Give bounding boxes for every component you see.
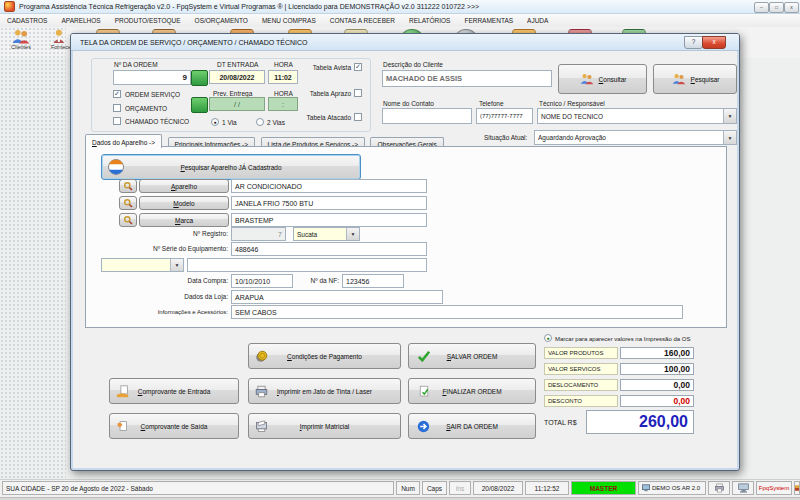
dt-entrada-field[interactable]: 20/08/2022	[209, 70, 265, 84]
aparelho-value: AR CONDICIONADO	[235, 183, 302, 190]
toolbar-fornecedores-label: Fornece	[51, 44, 71, 50]
modelo-button[interactable]: Modelo	[139, 196, 229, 210]
prev-entrega-value: / /	[234, 101, 240, 108]
estado-select[interactable]: Sucata ▼	[293, 227, 360, 241]
prev-entrega-field[interactable]: / /	[209, 97, 265, 111]
tabela-avista-checkbox[interactable]: ✓	[354, 63, 362, 71]
toolbar-clientes-button[interactable]: Clientes	[4, 29, 38, 50]
orcamento-checkbox[interactable]	[113, 104, 121, 112]
calendar-button[interactable]	[191, 97, 208, 113]
dialog-close-button[interactable]: x	[702, 36, 726, 49]
marcar-valores-radio[interactable]: ●	[544, 334, 552, 342]
marca-button-label: Marca	[175, 217, 193, 224]
menu-produto-estoque[interactable]: PRODUTO/ESTOQUE	[108, 17, 188, 24]
comprovante-saida-button[interactable]: Comprovante de Saída	[109, 413, 239, 439]
search-modelo-icon-button[interactable]	[119, 196, 137, 210]
calendar-button[interactable]	[191, 70, 208, 86]
menu-cadastros[interactable]: CADASTROS	[0, 17, 54, 24]
telefone-value: (77)77777-7777	[480, 113, 523, 119]
comprovante-entrada-button[interactable]: Comprovante de Entrada	[109, 378, 239, 404]
menu-os-orcamento[interactable]: OS/ORÇAMENTO	[188, 17, 255, 24]
check-icon	[417, 350, 431, 362]
tabela-aprazo-checkbox[interactable]	[354, 89, 362, 97]
status-network-cell[interactable]	[732, 481, 754, 495]
marca-field[interactable]: BRASTEMP	[231, 213, 427, 227]
ordem-servico-checkbox[interactable]: ✓	[113, 90, 121, 98]
dados-loja-field[interactable]: ARAPUA	[231, 290, 443, 304]
aparelho-field[interactable]: AR CONDICIONADO	[231, 179, 427, 193]
menu-ajuda[interactable]: AJUDA	[520, 17, 555, 24]
aparelho-button[interactable]: Aparelho	[139, 179, 229, 193]
pesquisar-aparelho-button[interactable]: Pesquisar Aparelho JÁ Cadastrado	[101, 154, 361, 180]
info-acessorios-field[interactable]: SEM CABOS	[231, 305, 683, 319]
menu-relatorios[interactable]: RELATÓRIOS	[402, 17, 457, 24]
total-label: TOTAL R$	[544, 419, 577, 427]
menu-bar: CADASTROS APARELHOS PRODUTO/ESTOQUE OS/O…	[0, 14, 800, 28]
chamado-tecnico-checkbox[interactable]	[113, 117, 121, 125]
search-aparelho-icon-button[interactable]	[119, 179, 137, 193]
via1-radio[interactable]: ●	[211, 118, 219, 126]
desconto-value: 0,00	[620, 395, 694, 407]
close-button[interactable]: x	[784, 2, 799, 13]
menu-aparelhos[interactable]: APARELHOS	[54, 17, 107, 24]
pesquisar-cliente-button[interactable]: Pesquisar	[653, 64, 737, 94]
modelo-field[interactable]: JANELA FRIO 7500 BTU	[231, 196, 427, 210]
nf-field[interactable]: 123456	[342, 274, 404, 288]
printer-icon	[714, 483, 725, 493]
comprovante-saida-label: Comprovante de Saída	[141, 423, 208, 430]
ordem-servico-label: ORDEM SERVIÇO	[125, 91, 180, 99]
menu-compras[interactable]: MENU COMPRAS	[255, 17, 323, 24]
maximize-button[interactable]: □	[769, 2, 784, 13]
status-printer-cell[interactable]	[708, 481, 730, 495]
monitor-icon	[738, 483, 749, 493]
situacao-atual-select[interactable]: Aguardando Aprovação ▼	[534, 130, 737, 145]
salvar-ordem-button[interactable]: SALVAR ORDEM	[408, 343, 536, 369]
suppliers-people-icon	[50, 29, 72, 44]
nome-contato-field[interactable]	[382, 108, 472, 124]
data-compra-value: 10/10/2010	[235, 278, 270, 285]
data-compra-field[interactable]: 10/10/2010	[231, 274, 293, 288]
sair-ordem-button[interactable]: SAIR DA ORDEM	[408, 413, 536, 439]
dados-loja-value: ARAPUA	[235, 294, 264, 301]
orcamento-label: ORÇAMENTO	[125, 105, 167, 113]
via2-radio[interactable]	[256, 118, 264, 126]
prev-hora-field[interactable]: :	[268, 97, 298, 111]
search-marca-icon-button[interactable]	[119, 213, 137, 227]
tabela-atacado-checkbox[interactable]	[354, 113, 362, 121]
extra-select[interactable]: ▼	[101, 258, 184, 272]
condicoes-pagamento-button[interactable]: Condições de Pagamento	[248, 343, 401, 369]
workspace-pattern	[0, 27, 66, 479]
condicoes-pagamento-label: Condições de Pagamento	[287, 353, 362, 360]
consultar-button[interactable]: Consultar	[558, 64, 647, 94]
dialog-help-button[interactable]: ?	[684, 36, 703, 49]
dialog-titlebar[interactable]: TELA DA ORDEM DE SERVIÇO / ORÇAMENTO / C…	[71, 34, 739, 51]
menu-ferramentas[interactable]: FERRAMENTAS	[457, 17, 520, 24]
chevron-down-icon[interactable]: ▼	[170, 259, 183, 271]
magnifier-icon	[123, 198, 133, 208]
imprimir-jato-button[interactable]: Imprimir em Jato de Tinta / Laser	[248, 378, 401, 404]
chevron-down-icon[interactable]: ▼	[723, 109, 736, 123]
chevron-down-icon[interactable]: ▼	[723, 131, 736, 144]
status-ins: Ins	[449, 481, 471, 495]
imprimir-matricial-button[interactable]: Imprimir Matricial	[248, 413, 401, 439]
tab-dados-aparelho[interactable]: Dados do Aparelho ->	[85, 134, 162, 148]
application-window: Programa Assistência Técnica Refrigeraçã…	[0, 0, 800, 500]
serie-field[interactable]: 488646	[231, 242, 427, 256]
hora-entrada-field[interactable]: 11:02	[268, 70, 298, 84]
minimize-button[interactable]: –	[754, 2, 769, 13]
tecnico-select[interactable]: NOME DO TECNICO ▼	[537, 108, 737, 124]
chevron-down-icon[interactable]: ▼	[346, 228, 359, 240]
menu-contas-receber[interactable]: CONTAS A RECEBER	[323, 17, 402, 24]
marcar-valores-label: Marcar para aparecer valores na Impressã…	[555, 335, 690, 343]
telefone-field[interactable]: (77)77777-7777	[476, 108, 533, 124]
registro-field[interactable]: 7	[231, 227, 286, 241]
marca-button[interactable]: Marca	[139, 213, 229, 227]
descricao-cliente-field[interactable]: MACHADO DE ASSIS	[382, 70, 552, 87]
data-compra-label: Data Compra:	[131, 277, 228, 285]
extra-field[interactable]	[187, 258, 427, 272]
order-number-label: Nº DA ORDEM	[114, 61, 158, 69]
finalizar-ordem-button[interactable]: FINALIZAR ORDEM	[408, 378, 536, 404]
nf-value: 123456	[346, 278, 369, 285]
imprimir-jato-label: Imprimir em Jato de Tinta / Laser	[277, 388, 372, 395]
order-number-field[interactable]: 9	[113, 70, 191, 85]
